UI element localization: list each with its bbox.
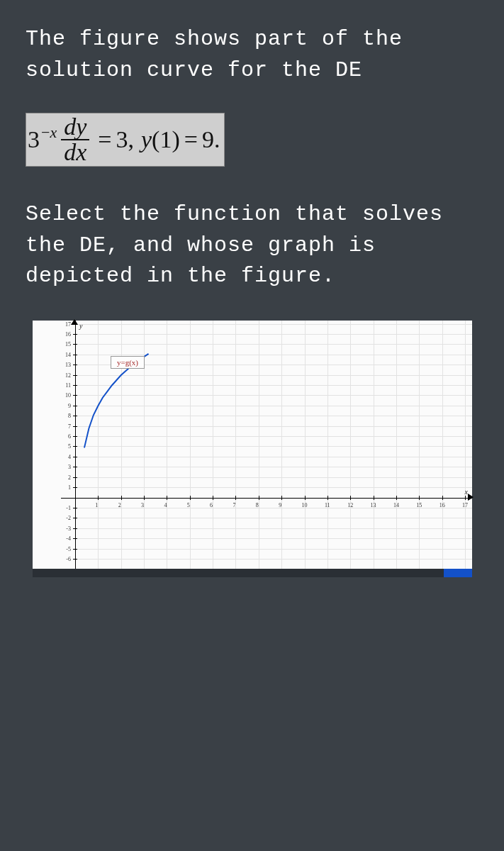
y-tick (73, 518, 77, 518)
x-tick (465, 496, 466, 500)
x-tick-label: 6 (210, 502, 213, 508)
fraction-dy-dx: dy dx (61, 115, 89, 165)
x-tick (121, 496, 122, 500)
y-tick-label: 14 (51, 352, 71, 358)
x-tick (259, 496, 259, 500)
x-tick-label: 17 (462, 502, 468, 508)
problem-intro: The figure shows part of the solution cu… (26, 24, 478, 86)
ic-lhs: y (141, 126, 152, 153)
y-tick-label: -4 (51, 535, 71, 542)
x-tick-label: 10 (302, 502, 308, 508)
y-tick-label: 16 (51, 331, 71, 338)
x-tick-label: 5 (187, 502, 190, 508)
x-tick (396, 496, 397, 500)
ic-arg: (1) (152, 126, 180, 153)
x-tick-label: 9 (279, 502, 281, 508)
y-tick-label: -2 (51, 515, 71, 521)
equals-sign-2: = (184, 126, 198, 153)
x-tick (144, 496, 145, 500)
x-tick (442, 496, 443, 500)
y-tick-label: -5 (51, 546, 71, 552)
y-tick-label: 9 (51, 403, 71, 409)
fraction-numerator: dy (61, 115, 89, 140)
x-tick (98, 496, 99, 500)
y-tick-label: 7 (51, 423, 71, 430)
solution-curve-plot: y x y=g(x) 12345678910111213141516171234… (33, 321, 472, 577)
x-tick-label: 11 (325, 502, 330, 508)
y-tick-label: 6 (51, 433, 71, 440)
exponent-minus: − (41, 123, 50, 141)
curve-svg (33, 321, 472, 569)
exponent-group: −x (41, 123, 57, 142)
y-tick-label: 1 (51, 484, 71, 491)
x-tick-label: 16 (439, 502, 445, 508)
y-tick (73, 334, 77, 335)
y-tick (73, 457, 77, 457)
x-tick-label: 13 (371, 502, 376, 508)
x-tick (305, 496, 306, 500)
y-tick (73, 355, 77, 355)
x-tick (327, 496, 328, 500)
y-tick-label: 10 (51, 392, 71, 399)
ic-rhs: 9. (202, 126, 220, 153)
y-tick (73, 487, 77, 488)
y-tick (73, 528, 77, 529)
exponent-var: x (50, 123, 57, 141)
equals-sign-1: = (98, 126, 111, 153)
y-tick (73, 538, 77, 539)
x-tick (213, 496, 213, 500)
y-tick-label: 17 (51, 321, 71, 328)
x-tick-label: 8 (256, 502, 259, 508)
coeff-base: 3 (28, 126, 40, 153)
equation-box: 3 −x dy dx = 3, y(1) = 9. (26, 113, 225, 167)
y-tick (73, 436, 77, 437)
x-tick (190, 496, 191, 500)
y-tick (73, 559, 77, 560)
problem-prompt: Select the function that solves the DE, … (26, 199, 478, 292)
y-tick (73, 365, 77, 365)
x-tick-label: 4 (164, 502, 167, 508)
y-tick-label: 15 (51, 341, 71, 347)
y-tick-label: 4 (51, 454, 71, 460)
x-tick-label: 15 (416, 502, 422, 508)
y-tick (73, 446, 77, 447)
y-tick-label: 2 (51, 474, 71, 481)
y-tick (73, 375, 77, 376)
x-tick-label: 2 (118, 502, 121, 508)
x-tick-label: 14 (393, 502, 399, 508)
fraction-denominator: dx (61, 140, 89, 165)
x-tick (419, 496, 420, 500)
y-tick (73, 508, 77, 508)
scrollbar-accent (444, 569, 472, 577)
y-tick (73, 426, 77, 427)
x-tick (281, 496, 282, 500)
y-tick-label: 11 (51, 382, 71, 389)
y-tick-label: 3 (51, 464, 71, 470)
rhs-value: 3, (116, 126, 134, 153)
x-tick (235, 496, 236, 500)
x-tick (374, 496, 374, 500)
y-tick (73, 324, 77, 325)
y-tick (73, 477, 77, 478)
y-tick (73, 406, 77, 406)
y-tick (73, 549, 77, 550)
y-tick (73, 467, 77, 467)
y-tick-label: 5 (51, 443, 71, 450)
x-tick-label: 12 (347, 502, 353, 508)
y-tick-label: 8 (51, 413, 71, 419)
y-tick (73, 385, 77, 386)
y-tick (73, 416, 77, 416)
y-tick (73, 395, 77, 396)
x-tick-label: 1 (95, 502, 98, 508)
x-tick-label: 7 (233, 502, 235, 508)
y-tick-label: -3 (51, 525, 71, 532)
x-tick (167, 496, 167, 500)
y-tick (73, 344, 77, 345)
x-tick-label: 3 (141, 502, 144, 508)
y-tick-label: 13 (51, 362, 71, 368)
y-tick-label: -1 (51, 505, 71, 511)
x-tick (350, 496, 351, 500)
y-tick-label: 12 (51, 372, 71, 379)
y-tick-label: -6 (51, 556, 71, 562)
legend: y=g(x) (111, 356, 145, 369)
